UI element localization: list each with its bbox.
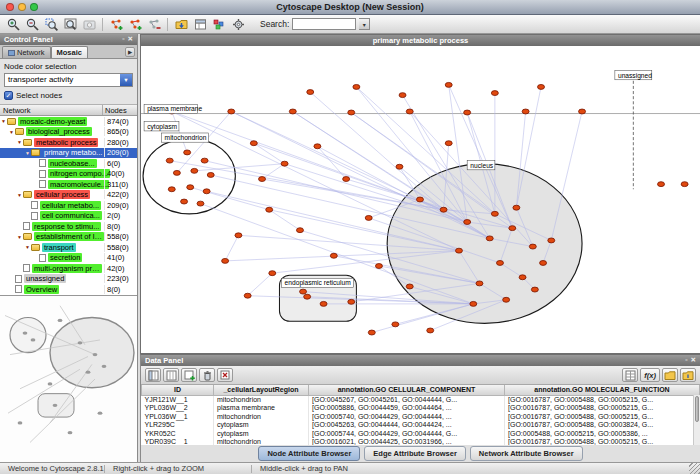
window-titlebar[interactable]: Cytoscape Desktop (New Session): [0, 0, 700, 15]
graph-node[interactable]: [281, 161, 288, 166]
graph-node[interactable]: [416, 197, 423, 202]
graph-node[interactable]: [538, 84, 545, 89]
tree-item-response-to-stimu[interactable]: response to stimu...8(0): [0, 221, 137, 232]
graph-node[interactable]: [464, 220, 471, 225]
graph-node[interactable]: [197, 201, 204, 206]
plugin-manager-icon[interactable]: [229, 16, 247, 32]
graph-node[interactable]: [184, 150, 191, 155]
graph-node[interactable]: [222, 258, 229, 263]
expand-arrow-icon[interactable]: ▼: [0, 118, 7, 124]
graph-node[interactable]: [519, 275, 526, 280]
graph-node[interactable]: [300, 289, 307, 294]
column-header[interactable]: annotation.GO CELLULAR_COMPONENT: [309, 385, 505, 395]
zoom-fit-icon[interactable]: [61, 16, 79, 32]
graph-node[interactable]: [207, 172, 214, 177]
tree-item-transport[interactable]: ▼transport558(0): [0, 242, 137, 253]
graph-node[interactable]: [203, 189, 210, 194]
table-row[interactable]: YDR039C__1mitochondrion[GO:0016021, GO:0…: [142, 438, 700, 445]
graph-node[interactable]: [314, 144, 321, 149]
graph-node[interactable]: [269, 271, 276, 276]
expand-arrow-icon[interactable]: ▼: [8, 129, 15, 135]
table-row[interactable]: YPL036W__2plasma membrane[GO:0005886, GO…: [142, 404, 700, 413]
graph-node[interactable]: [266, 207, 273, 212]
import-attributes-icon[interactable]: [191, 16, 209, 32]
graph-node[interactable]: [168, 187, 175, 192]
graph-node[interactable]: [307, 90, 314, 95]
expand-arrow-icon[interactable]: ▼: [16, 234, 23, 240]
graph-node[interactable]: [513, 205, 520, 210]
open-attribute-file-icon[interactable]: [680, 368, 696, 382]
graph-node[interactable]: [375, 264, 382, 269]
graph-node[interactable]: [296, 228, 303, 233]
destroy-network-icon[interactable]: [145, 16, 163, 32]
graph-node[interactable]: [343, 177, 350, 182]
graph-node[interactable]: [540, 260, 547, 265]
network-view-title[interactable]: primary metabolic process: [141, 35, 700, 46]
graph-edge[interactable]: [225, 235, 238, 261]
tab-network[interactable]: Network: [2, 46, 51, 58]
graph-node[interactable]: [399, 93, 406, 98]
graph-node[interactable]: [503, 297, 510, 302]
graph-node[interactable]: [658, 182, 665, 187]
graph-node[interactable]: [304, 294, 311, 299]
graph-node[interactable]: [445, 82, 452, 87]
table-row[interactable]: YPL036W__1mitochondrion[GO:0005740, GO:0…: [142, 413, 700, 422]
graph-edge[interactable]: [190, 187, 269, 210]
graph-node[interactable]: [529, 244, 536, 249]
tree-item-mosaic-demo-yeast[interactable]: ▼mosaic-demo-yeast874(0): [0, 116, 137, 127]
tree-item-multi-organism-pro[interactable]: multi-organism pro...42(0): [0, 263, 137, 274]
graph-node[interactable]: [235, 233, 242, 238]
graph-node[interactable]: [427, 328, 434, 333]
table-row[interactable]: YLR295Ccytoplasm[GO:0045263, GO:0044444,…: [142, 421, 700, 430]
graph-node[interactable]: [491, 91, 498, 96]
tree-item-cellular-process[interactable]: ▼cellular process422(0): [0, 190, 137, 201]
graph-edge[interactable]: [172, 111, 459, 250]
search-dropdown-icon[interactable]: ▾: [359, 18, 370, 30]
graph-node[interactable]: [522, 109, 529, 114]
tab-overflow-icon[interactable]: ▶: [125, 47, 135, 57]
tree-item-overview[interactable]: Overview8(0): [0, 284, 137, 295]
expand-arrow-icon[interactable]: ▼: [24, 150, 31, 156]
tree-item-unassigned[interactable]: unassigned223(0): [0, 274, 137, 285]
tab-node-attribute-browser[interactable]: Node Attribute Browser: [258, 446, 360, 461]
import-attribute-file-icon[interactable]: [662, 368, 678, 382]
graph-node[interactable]: [464, 110, 471, 115]
graph-node[interactable]: [445, 141, 452, 146]
tree-column-nodes[interactable]: Nodes: [103, 105, 137, 115]
graph-node[interactable]: [353, 84, 360, 89]
graph-edge[interactable]: [310, 92, 443, 210]
graph-node[interactable]: [166, 158, 173, 163]
tree-item-metabolic-process[interactable]: ▼metabolic process280(0): [0, 137, 137, 148]
network-canvas[interactable]: plasma membrane cytoplasm mitochondrion …: [141, 46, 700, 353]
snapshot-icon[interactable]: [80, 16, 98, 32]
float-panel-icon[interactable]: ▫: [685, 357, 687, 364]
close-panel-icon[interactable]: ✕: [128, 36, 133, 43]
zoom-selected-region-icon[interactable]: [42, 16, 60, 32]
graph-node[interactable]: [497, 260, 504, 265]
graph-node[interactable]: [250, 141, 257, 146]
close-panel-icon[interactable]: ✕: [691, 357, 696, 364]
vizmapper-icon[interactable]: [210, 16, 228, 32]
graph-node[interactable]: [392, 322, 399, 327]
graph-node[interactable]: [440, 207, 447, 212]
graph-node[interactable]: [531, 287, 538, 292]
attribute-table[interactable]: ID_cellularLayoutRegionannotation.GO CEL…: [141, 385, 700, 445]
graph-node[interactable]: [181, 199, 188, 204]
graph-node[interactable]: [191, 168, 198, 173]
tree-item-secretion[interactable]: secretion41(0): [0, 253, 137, 264]
data-panel-titlebar[interactable]: Data Panel ▫ ✕: [141, 355, 700, 366]
import-network-icon[interactable]: [172, 16, 190, 32]
zoom-window-icon[interactable]: [30, 3, 38, 11]
graph-edge[interactable]: [293, 111, 444, 209]
tree-item-nucleobase[interactable]: nucleobase...6(0): [0, 158, 137, 169]
graph-node[interactable]: [348, 110, 355, 115]
new-network-selected-edges-icon[interactable]: [126, 16, 144, 32]
delete-attribute-icon[interactable]: [199, 368, 215, 382]
table-row[interactable]: YJR121W__1mitochondrion[GO:0045267, GO:0…: [142, 395, 700, 404]
column-header[interactable]: ID: [142, 385, 214, 395]
select-nodes-checkbox[interactable]: ✓: [4, 91, 13, 100]
zoom-out-icon[interactable]: [23, 16, 41, 32]
chevron-down-icon[interactable]: ▼: [120, 74, 132, 86]
tree-item-cellular-metabo[interactable]: cellular metabo...209(0): [0, 200, 137, 211]
clear-attribute-icon[interactable]: [217, 368, 233, 382]
